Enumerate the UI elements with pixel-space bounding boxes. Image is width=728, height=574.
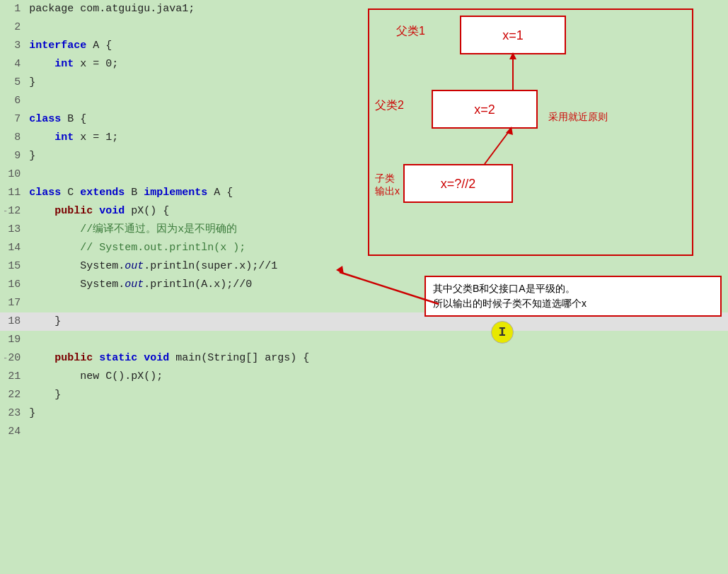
- table-row: 9}: [0, 147, 728, 165]
- table-row: 19: [0, 331, 728, 349]
- table-row: 21 new C().pX();: [0, 368, 728, 386]
- line-number: 18: [0, 312, 26, 331]
- line-number: -12: [0, 202, 26, 221]
- line-number: 5: [0, 74, 26, 92]
- cursor-indicator: I: [491, 321, 514, 344]
- line-content: int x = 0;: [26, 55, 728, 74]
- line-number: 17: [0, 294, 26, 312]
- line-number: 6: [0, 92, 26, 110]
- line-content: //编译不通过。因为x是不明确的: [26, 221, 728, 239]
- table-row: 10: [0, 165, 728, 184]
- line-content: System.out.println(super.x);//1: [26, 257, 728, 276]
- line-content: [26, 331, 728, 349]
- line-content: [26, 92, 728, 110]
- table-row: -12 public void pX() {: [0, 202, 728, 221]
- table-row: 5}: [0, 74, 728, 92]
- table-row: 13 //编译不通过。因为x是不明确的: [0, 221, 728, 239]
- annot-text: 其中父类B和父接口A是平级的。 所以输出的时候子类不知道选哪个x: [433, 283, 587, 309]
- line-number: 8: [0, 129, 26, 147]
- table-row: 4 int x = 0;: [0, 55, 728, 74]
- line-content: new C().pX();: [26, 368, 728, 386]
- line-number: 9: [0, 147, 26, 165]
- line-number: 4: [0, 55, 26, 74]
- line-number: 11: [0, 184, 26, 202]
- line-content: public static void main(String[] args) {: [26, 349, 728, 368]
- line-number: 23: [0, 404, 26, 423]
- line-number: 10: [0, 165, 26, 184]
- line-number: 7: [0, 110, 26, 129]
- table-row: 23}: [0, 404, 728, 423]
- table-row: 6: [0, 92, 728, 110]
- line-content: package com.atguigu.java1;: [26, 0, 728, 18]
- line-number: 24: [0, 423, 26, 441]
- line-content: }: [26, 386, 728, 404]
- line-number: 3: [0, 37, 26, 55]
- table-row: 15 System.out.println(super.x);//1: [0, 257, 728, 276]
- table-row: 11class C extends B implements A {: [0, 184, 728, 202]
- line-number: 15: [0, 257, 26, 276]
- line-number: 16: [0, 276, 26, 294]
- code-table: 1package com.atguigu.java1;2 3interface …: [0, 0, 728, 441]
- line-content: public void pX() {: [26, 202, 728, 221]
- table-row: 1package com.atguigu.java1;: [0, 0, 728, 18]
- line-content: }: [26, 74, 728, 92]
- line-number: 19: [0, 331, 26, 349]
- line-content: [26, 18, 728, 37]
- line-number: 21: [0, 368, 26, 386]
- table-row: 24: [0, 423, 728, 441]
- line-number: 14: [0, 239, 26, 257]
- line-content: // System.out.println(x );: [26, 239, 728, 257]
- line-number: 22: [0, 386, 26, 404]
- line-number: 2: [0, 18, 26, 37]
- line-content: }: [26, 147, 728, 165]
- table-row: 2: [0, 18, 728, 37]
- cursor-symbol: I: [499, 325, 507, 339]
- line-content: int x = 1;: [26, 129, 728, 147]
- line-number: 1: [0, 0, 26, 18]
- line-content: [26, 165, 728, 184]
- table-row: 22 }: [0, 386, 728, 404]
- line-number: -20: [0, 349, 26, 368]
- line-content: }: [26, 404, 728, 423]
- table-row: 3interface A {: [0, 37, 728, 55]
- code-editor: 1package com.atguigu.java1;2 3interface …: [0, 0, 728, 574]
- table-row: 14 // System.out.println(x );: [0, 239, 728, 257]
- table-row: 8 int x = 1;: [0, 129, 728, 147]
- line-number: 13: [0, 221, 26, 239]
- annot-box: 其中父类B和父接口A是平级的。 所以输出的时候子类不知道选哪个x: [424, 276, 722, 317]
- table-row: 7class B {: [0, 110, 728, 129]
- line-content: interface A {: [26, 37, 728, 55]
- table-row: -20 public static void main(String[] arg…: [0, 349, 728, 368]
- line-content: class B {: [26, 110, 728, 129]
- line-content: class C extends B implements A {: [26, 184, 728, 202]
- line-content: [26, 423, 728, 441]
